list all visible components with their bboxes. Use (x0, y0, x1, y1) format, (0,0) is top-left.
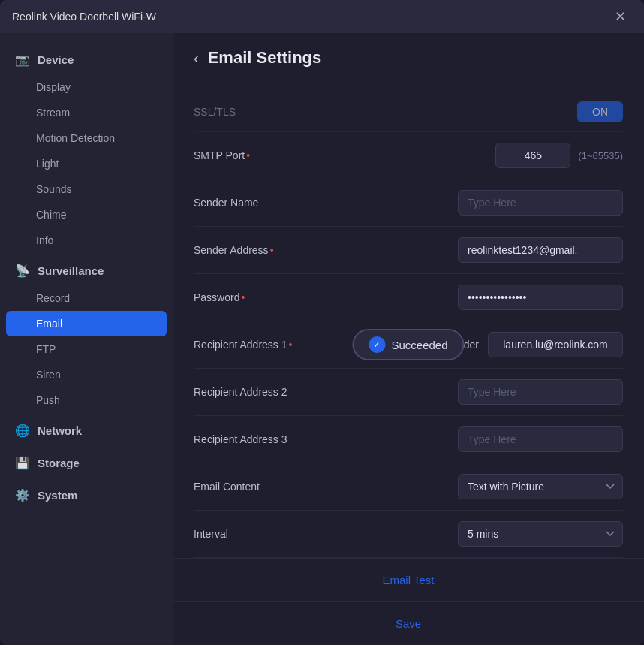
surveillance-section: 📡 Surveillance Record Email FTP Siren Pu… (0, 256, 173, 413)
app-window: Reolink Video Doorbell WiFi-W ✕ 📷 Device… (0, 0, 644, 645)
email-content-label: Email Content (194, 481, 329, 493)
form-area: SSL/TLS ON SMTP Port• (1~65535) (173, 80, 644, 645)
sender-name-row: Sender Name (194, 179, 623, 227)
save-button[interactable]: Save (384, 614, 433, 633)
sidebar-section-system[interactable]: ⚙️ System (0, 481, 173, 510)
camera-icon: 📷 (15, 53, 30, 67)
recipient-address-3-row: Recipient Address 3 (194, 416, 623, 463)
interval-row: Interval 1 min 2 mins 5 mins 10 mins 30 … (194, 511, 623, 558)
recipient-address-2-row: Recipient Address 2 (194, 369, 623, 416)
sender-name-input[interactable] (458, 190, 623, 216)
sidebar: 📷 Device Display Stream Motion Detection… (0, 33, 173, 645)
system-section: ⚙️ System (0, 481, 173, 510)
sender-address-label: Sender Address• (194, 244, 329, 256)
system-icon: ⚙️ (15, 488, 30, 502)
device-section-label: Device (38, 53, 74, 66)
system-section-label: System (38, 489, 77, 502)
sidebar-item-display[interactable]: Display (0, 74, 173, 100)
smtp-port-label: SMTP Port• (194, 149, 329, 161)
sidebar-section-storage[interactable]: 💾 Storage (0, 448, 173, 478)
sidebar-item-info[interactable]: Info (0, 228, 173, 253)
email-test-bar: Email Test (173, 558, 644, 601)
smtp-port-input[interactable] (495, 143, 570, 168)
recipient-address-1-label: Recipient Address 1• (194, 339, 329, 351)
smtp-port-wrapper: (1~65535) (495, 143, 623, 168)
device-section: 📷 Device Display Stream Motion Detection… (0, 45, 173, 253)
panel-title: Email Settings (208, 48, 322, 68)
password-input[interactable] (458, 285, 623, 310)
sender-address-row: Sender Address• (194, 227, 623, 274)
ssl-value[interactable]: ON (577, 101, 623, 122)
sidebar-item-email[interactable]: Email (6, 311, 167, 336)
smtp-port-row: SMTP Port• (1~65535) (194, 132, 623, 179)
network-section: 🌐 Network (0, 416, 173, 445)
recipient-address-2-label: Recipient Address 2 (194, 386, 329, 398)
close-button[interactable]: ✕ (609, 7, 632, 26)
succeeded-text: Succeeded (391, 339, 447, 351)
check-icon: ✓ (369, 336, 385, 353)
interval-select[interactable]: 1 min 2 mins 5 mins 10 mins 30 mins 1 ho… (458, 521, 623, 547)
sidebar-section-device[interactable]: 📷 Device (0, 45, 173, 74)
password-row: Password• (194, 274, 623, 321)
sender-value: lauren.lu@reolink.com (488, 332, 623, 357)
network-section-label: Network (38, 424, 82, 437)
window-title: Reolink Video Doorbell WiFi-W (12, 11, 156, 23)
recipient-right: Sender lauren.lu@reolink.com (445, 332, 623, 357)
sidebar-item-ftp[interactable]: FTP (0, 336, 173, 362)
ssl-label: SSL/TLS (194, 106, 236, 118)
sidebar-section-surveillance[interactable]: 📡 Surveillance (0, 256, 173, 285)
sidebar-item-stream[interactable]: Stream (0, 100, 173, 125)
email-content-row: Email Content Text with Picture Text Onl… (194, 463, 623, 511)
panel-header: ‹ Email Settings (173, 33, 644, 80)
interval-label: Interval (194, 528, 329, 540)
sidebar-item-light[interactable]: Light (0, 151, 173, 176)
recipient-address-3-input[interactable] (458, 426, 623, 452)
back-button[interactable]: ‹ (194, 50, 199, 67)
sender-address-input[interactable] (458, 237, 623, 263)
sidebar-item-push[interactable]: Push (0, 387, 173, 413)
surveillance-icon: 📡 (15, 264, 30, 278)
sidebar-item-siren[interactable]: Siren (0, 362, 173, 387)
sidebar-item-chime[interactable]: Chime (0, 202, 173, 228)
sidebar-item-sounds[interactable]: Sounds (0, 176, 173, 202)
save-bar: Save (173, 601, 644, 645)
email-content-select[interactable]: Text with Picture Text Only Picture Only (458, 474, 623, 499)
network-icon: 🌐 (15, 423, 30, 438)
recipient-address-2-input[interactable] (458, 379, 623, 405)
storage-section-label: Storage (38, 457, 80, 469)
sidebar-item-motion-detection[interactable]: Motion Detection (0, 125, 173, 151)
main-content: 📷 Device Display Stream Motion Detection… (0, 33, 644, 645)
recipient-address-3-label: Recipient Address 3 (194, 433, 329, 445)
panel: ‹ Email Settings SSL/TLS ON SMTP Port• (173, 33, 644, 645)
storage-icon: 💾 (15, 456, 30, 470)
recipient-address-1-row: Recipient Address 1• ✓ Succeeded Sender … (194, 321, 623, 369)
password-label: Password• (194, 291, 329, 303)
storage-section: 💾 Storage (0, 448, 173, 478)
smtp-range: (1~65535) (578, 150, 623, 161)
email-test-button[interactable]: Email Test (371, 571, 447, 589)
sender-name-label: Sender Name (194, 197, 329, 209)
sidebar-item-record[interactable]: Record (0, 285, 173, 311)
title-bar: Reolink Video Doorbell WiFi-W ✕ (0, 0, 644, 33)
succeeded-toast: ✓ Succeeded (352, 329, 464, 360)
form-scroll: SSL/TLS ON SMTP Port• (1~65535) (173, 80, 644, 558)
ssl-row: SSL/TLS ON (194, 92, 623, 132)
surveillance-section-label: Surveillance (38, 264, 104, 277)
sidebar-section-network[interactable]: 🌐 Network (0, 416, 173, 445)
